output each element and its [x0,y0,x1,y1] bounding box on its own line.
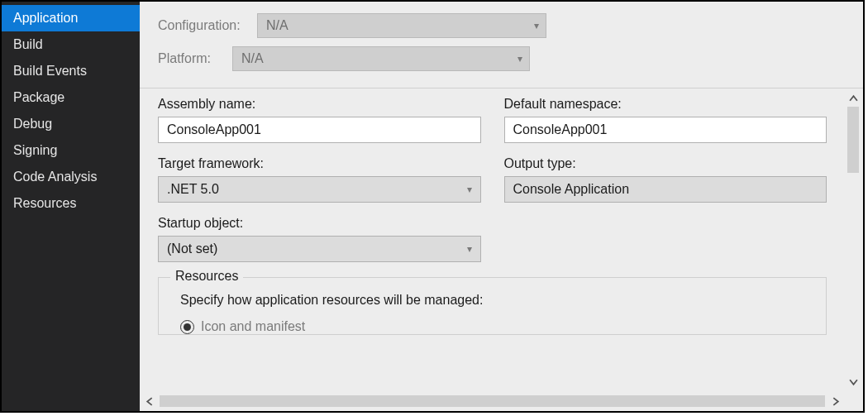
startup-object-label: Startup object: [158,216,481,231]
horizontal-scroll-track[interactable] [160,395,825,407]
vertical-scroll-track[interactable] [847,107,859,373]
sidebar: Application Build Build Events Package D… [2,2,140,411]
scroll-left-icon[interactable] [141,393,158,409]
sidebar-item-resources[interactable]: Resources [2,190,140,217]
radio-icon-manifest-label: Icon and manifest [201,319,305,334]
sidebar-item-label: Resources [13,196,76,210]
resources-description: Specify how application resources will b… [180,293,811,308]
sidebar-item-code-analysis[interactable]: Code Analysis [2,164,140,190]
assembly-name-input[interactable] [158,117,481,143]
assembly-name-label: Assembly name: [158,97,481,112]
platform-label: Platform: [158,51,224,66]
resources-legend: Resources [170,269,243,284]
resources-fieldset: Resources Specify how application resour… [158,277,827,335]
content: Assembly name: Default namespace: Target… [140,88,843,391]
project-properties-window: Application Build Build Events Package D… [0,0,865,413]
target-framework-select[interactable]: .NET 5.0 ▾ [158,176,481,203]
sidebar-item-package[interactable]: Package [2,84,140,111]
topbar: Configuration: N/A ▾ Platform: N/A ▾ [140,2,863,88]
output-type-value: Console Application [513,182,630,197]
target-framework-value: .NET 5.0 [167,182,219,197]
startup-object-value: (Not set) [167,241,217,256]
sidebar-item-signing[interactable]: Signing [2,137,140,164]
startup-object-select[interactable]: (Not set) ▾ [158,236,481,262]
chevron-down-icon: ▾ [517,53,522,65]
horizontal-scrollbar[interactable] [141,393,843,409]
vertical-scrollbar[interactable] [845,90,861,390]
sidebar-item-build-events[interactable]: Build Events [2,58,140,84]
configuration-select: N/A ▾ [257,13,546,38]
scroll-down-icon[interactable] [845,373,861,390]
sidebar-item-label: Application [13,11,78,25]
sidebar-item-label: Package [13,90,64,104]
sidebar-item-label: Build Events [13,64,87,78]
configuration-label: Configuration: [158,18,249,33]
chevron-down-icon: ▾ [467,184,472,195]
sidebar-item-debug[interactable]: Debug [2,111,140,137]
configuration-row: Configuration: N/A ▾ [158,13,845,38]
default-namespace-label: Default namespace: [504,97,827,112]
sidebar-item-application[interactable]: Application [2,5,140,31]
scroll-right-icon[interactable] [827,393,843,409]
sidebar-item-label: Debug [13,117,52,131]
scroll-up-icon[interactable] [845,90,861,107]
output-type-select[interactable]: Console Application [504,176,827,203]
vertical-scroll-thumb[interactable] [847,107,859,173]
sidebar-item-label: Code Analysis [13,170,97,184]
chevron-down-icon: ▾ [467,243,472,255]
target-framework-label: Target framework: [158,156,481,171]
main-panel: Configuration: N/A ▾ Platform: N/A ▾ Ass [140,2,863,411]
radio-icon [180,320,194,334]
sidebar-item-build[interactable]: Build [2,31,140,58]
platform-select: N/A ▾ [232,46,530,71]
sidebar-item-label: Signing [13,143,57,157]
configuration-value: N/A [266,18,289,33]
platform-value: N/A [241,51,264,66]
content-wrap: Assembly name: Default namespace: Target… [140,88,863,411]
radio-icon-manifest[interactable]: Icon and manifest [180,319,811,334]
platform-row: Platform: N/A ▾ [158,46,845,71]
sidebar-item-label: Build [13,37,43,51]
output-type-label: Output type: [504,156,827,171]
default-namespace-input[interactable] [504,117,827,143]
chevron-down-icon: ▾ [534,20,539,31]
